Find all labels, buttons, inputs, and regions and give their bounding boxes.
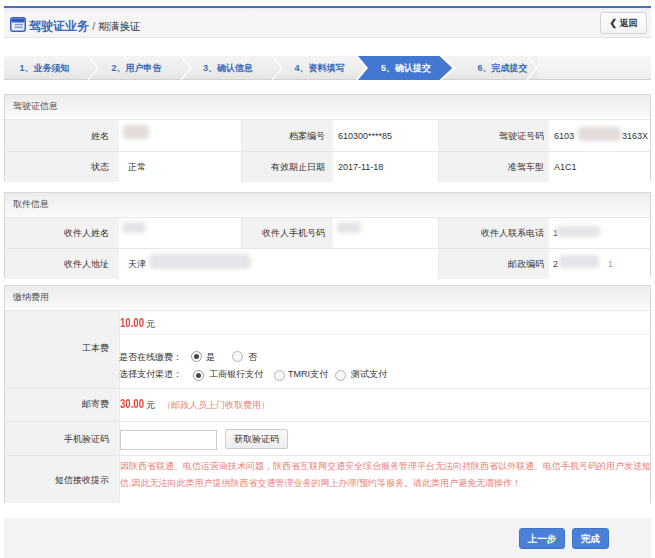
svg-text:2、用户申告: 2、用户申告 [111,63,162,73]
svg-text:5、确认提交: 5、确认提交 [381,63,431,73]
svg-text:6、完成提交: 6、完成提交 [477,63,527,73]
svg-text:4、资料填写: 4、资料填写 [294,63,344,73]
svg-text:3、确认信息: 3、确认信息 [203,63,253,73]
svg-text:1、业务须知: 1、业务须知 [19,63,69,73]
